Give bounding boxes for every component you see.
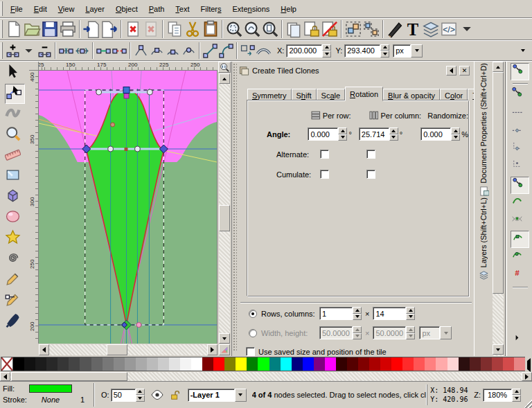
y-coordinate-spinner[interactable] [380, 44, 389, 57]
palette-swatch[interactable] [169, 357, 180, 371]
current-layer-select[interactable]: -Layer 1 [188, 389, 247, 402]
horizontal-ruler[interactable]: 125150175200225250 [39, 62, 218, 71]
palette-swatch[interactable] [158, 357, 169, 371]
snap-bbox-corners-button[interactable] [511, 123, 529, 140]
create-clone-button[interactable] [303, 20, 321, 38]
tab-trace[interactable]: Trace [468, 89, 474, 101]
node-tool-button[interactable] [5, 84, 25, 104]
pencil-tool-button[interactable] [5, 271, 25, 291]
print-document-button[interactable] [59, 20, 77, 38]
canvas[interactable] [39, 71, 218, 344]
measure-tool-button[interactable] [5, 146, 25, 166]
node-toolbar-overflow[interactable] [514, 42, 532, 60]
opacity-field[interactable]: 50 [111, 389, 136, 402]
selector-tool-button[interactable] [5, 63, 25, 83]
layers-dialog-button[interactable] [422, 20, 440, 38]
palette-swatch[interactable] [13, 357, 24, 371]
palette-swatch[interactable] [80, 357, 91, 371]
tab-symmetry[interactable]: Symmetry [247, 89, 292, 101]
palette-swatch[interactable] [114, 357, 125, 371]
make-curve-button[interactable] [218, 43, 234, 59]
scroll-left-button[interactable] [39, 344, 49, 355]
layer-select-arrow[interactable] [235, 389, 247, 402]
palette-swatch[interactable] [358, 357, 369, 371]
snap-cusp-nodes-button[interactable] [511, 231, 529, 248]
rotation-center-square[interactable] [124, 94, 129, 98]
menu-view[interactable]: View [53, 3, 80, 15]
angle-per-column-field[interactable]: 25.714 [359, 127, 389, 141]
menu-layer[interactable]: Layer [80, 3, 110, 15]
alternate-per-row-checkbox[interactable] [320, 150, 329, 159]
menu-edit[interactable]: Edit [28, 3, 53, 15]
duplicate-button[interactable] [285, 20, 303, 38]
alternate-per-column-checkbox[interactable] [366, 150, 375, 159]
auto-smooth-node-button[interactable] [181, 43, 197, 59]
break-nodes-button[interactable] [74, 43, 90, 59]
rectangle-tool-button[interactable] [5, 167, 25, 187]
vertical-ruler[interactable]: 400350300250200 [29, 71, 39, 344]
selected-node-square[interactable] [123, 87, 130, 94]
palette-swatch[interactable] [514, 357, 525, 371]
snap-edge-midpoints-button[interactable] [511, 141, 529, 158]
small-node-circle[interactable] [111, 123, 115, 127]
layer-lock-icon[interactable] [170, 389, 181, 401]
dialog-drag-grip[interactable] [233, 63, 237, 352]
palette-swatch[interactable] [481, 357, 492, 371]
copy-button[interactable] [166, 20, 184, 38]
palette-swatch[interactable] [35, 357, 46, 371]
snap-nodes-button[interactable] [511, 177, 529, 194]
palette-swatch[interactable] [325, 357, 336, 371]
layer-visibility-icon[interactable] [150, 389, 164, 401]
fill-color-swatch[interactable] [29, 384, 72, 393]
fill-stroke-indicator[interactable]: Fill: Stroke: None 1 [0, 383, 91, 407]
zoom-drawing-button[interactable] [243, 20, 261, 38]
export-document-button[interactable] [100, 20, 118, 38]
star-tool-button[interactable] [5, 229, 25, 249]
dock-scroll-up-button[interactable] [493, 62, 504, 72]
palette-swatch[interactable] [180, 357, 191, 371]
palette-swatch[interactable] [136, 357, 147, 371]
angle-per-column-spinner[interactable] [389, 127, 398, 141]
dock-scroll-thumb[interactable] [493, 72, 504, 294]
join-nodes-button[interactable] [58, 43, 74, 59]
delete-node-button[interactable] [37, 43, 53, 59]
palette-swatch[interactable] [470, 357, 481, 371]
new-document-button[interactable] [5, 20, 23, 38]
zoom-field[interactable]: 180% [483, 389, 512, 402]
palette-swatch[interactable] [247, 357, 258, 371]
palette-swatch[interactable] [347, 357, 358, 371]
insert-node-button[interactable] [5, 43, 21, 59]
cumulate-per-column-checkbox[interactable] [366, 170, 375, 179]
palette-swatch[interactable] [281, 357, 292, 371]
palette-swatch[interactable] [503, 357, 514, 371]
x-coordinate-field[interactable]: 200.000 [286, 44, 322, 57]
horizontal-scroll-thumb[interactable] [107, 344, 127, 355]
menu-filters[interactable]: Filters [195, 3, 227, 15]
calligraphy-tool-button[interactable] [5, 312, 25, 332]
palette-swatch[interactable] [314, 357, 325, 371]
angle-randomize-field[interactable]: 0.000 [420, 127, 451, 141]
palette-swatch[interactable] [369, 357, 380, 371]
palette-swatch[interactable] [447, 357, 459, 371]
palette-scroll-left-button[interactable] [0, 372, 10, 381]
tab-blur-opacity[interactable]: Blur & opacity [383, 89, 440, 101]
tab-rotation[interactable]: Rotation [345, 87, 383, 101]
palette-scroll-thumb[interactable] [11, 372, 127, 381]
ungroup-objects-button[interactable] [362, 20, 380, 38]
fill-stroke-dialog-button[interactable] [386, 20, 404, 38]
object-to-path-button[interactable] [240, 43, 256, 59]
palette-scroll-right-button[interactable] [522, 372, 532, 381]
palette-swatch[interactable] [125, 357, 136, 371]
dock-scroll-down-button[interactable] [493, 344, 504, 355]
scroll-down-button[interactable] [219, 333, 230, 344]
bezier-tool-button[interactable] [5, 292, 25, 312]
palette-swatch[interactable] [269, 357, 281, 371]
palette-swatch[interactable] [57, 357, 69, 371]
dock-scrollbar[interactable] [493, 62, 504, 356]
palette-swatch[interactable] [191, 357, 202, 371]
columns-spinner[interactable] [406, 307, 415, 320]
palette-swatch[interactable] [91, 357, 103, 371]
vertical-scroll-thumb[interactable] [219, 205, 230, 231]
insert-node-options-button[interactable] [21, 43, 37, 59]
tab-shift[interactable]: Shift [292, 89, 317, 101]
